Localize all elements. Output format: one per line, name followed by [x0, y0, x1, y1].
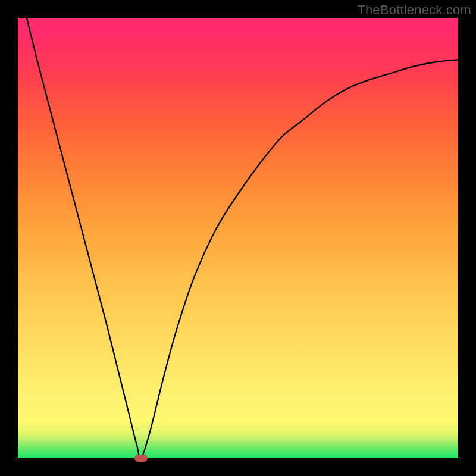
watermark-text: TheBottleneck.com — [357, 2, 471, 18]
chart-frame: TheBottleneck.com — [0, 0, 476, 476]
curve-svg — [18, 18, 458, 458]
plot-area — [18, 18, 458, 458]
min-marker — [134, 455, 148, 462]
bottleneck-curve — [27, 18, 458, 459]
